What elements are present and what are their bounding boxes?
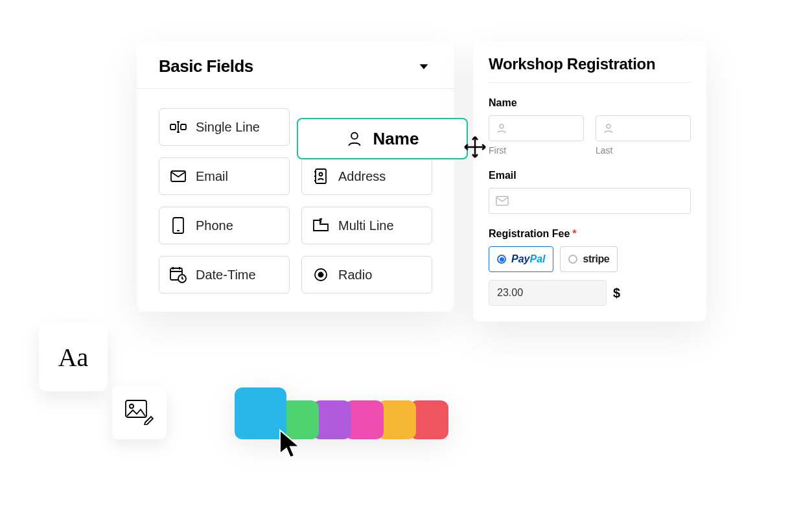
font-sample: Aa: [58, 342, 89, 373]
field-chip-label: Multi Line: [338, 218, 394, 233]
field-chip-radio[interactable]: Radio: [301, 256, 432, 294]
svg-point-12: [607, 124, 610, 128]
field-label: Email: [489, 170, 691, 181]
field-chip-label: Date-Time: [196, 268, 256, 282]
field-chip-address[interactable]: Address: [301, 157, 432, 195]
field-chip-multi-line[interactable]: Multi Line: [301, 207, 432, 244]
paypal-logo: PayPal: [511, 253, 545, 265]
radio-unselected-icon: [568, 255, 577, 264]
image-tool[interactable]: [112, 385, 167, 439]
svg-rect-0: [170, 124, 176, 130]
field-chip-label: Phone: [196, 218, 233, 233]
currency-symbol: $: [613, 286, 620, 301]
font-tool[interactable]: Aa: [39, 323, 108, 391]
cursor-icon: [277, 428, 303, 461]
person-icon: [496, 122, 507, 134]
mail-icon: [496, 196, 509, 206]
image-edit-icon: [124, 399, 154, 425]
form-title: Workshop Registration: [489, 55, 691, 83]
chevron-down-icon[interactable]: [415, 58, 432, 75]
required-star: *: [572, 228, 576, 239]
address-book-icon: [312, 168, 329, 185]
preview-field-email: Email: [489, 170, 691, 214]
stripe-logo: stripe: [583, 253, 609, 265]
first-name-sublabel: First: [489, 145, 584, 156]
svg-point-10: [351, 133, 358, 139]
mail-icon: [170, 168, 187, 185]
person-icon: [603, 122, 614, 134]
move-icon: [463, 135, 487, 164]
calendar-clock-icon: [170, 266, 187, 283]
field-chip-label: Address: [338, 169, 386, 184]
payment-option-stripe[interactable]: stripe: [560, 246, 618, 272]
email-input[interactable]: [489, 188, 691, 214]
field-chip-label: Email: [196, 169, 228, 184]
svg-rect-1: [181, 124, 186, 130]
field-chip-name-dragging[interactable]: Name: [297, 118, 468, 159]
multiline-icon: [312, 217, 329, 234]
preview-field-name: Name First Last: [489, 97, 691, 156]
svg-point-9: [319, 273, 323, 277]
fields-panel-title: Basic Fields: [159, 56, 253, 76]
radio-icon: [312, 266, 329, 283]
field-label: Name: [489, 97, 691, 109]
svg-point-4: [319, 173, 323, 176]
field-chip-label: Radio: [338, 268, 372, 282]
field-chip-label: Name: [373, 129, 419, 149]
last-name-sublabel: Last: [596, 145, 691, 156]
fields-panel: Basic Fields Single Line: [137, 42, 454, 312]
preview-field-fee: Registration Fee* PayPal stripe 23.00 $: [489, 228, 691, 306]
svg-point-11: [500, 124, 504, 128]
svg-point-15: [130, 404, 133, 408]
field-chip-email[interactable]: Email: [159, 157, 290, 195]
field-label: Registration Fee*: [489, 228, 691, 240]
first-name-input[interactable]: [489, 115, 584, 141]
radio-selected-icon: [497, 255, 506, 264]
person-icon: [346, 130, 363, 147]
form-preview-panel: Workshop Registration Name First: [473, 42, 706, 321]
fee-amount-input[interactable]: 23.00: [489, 280, 607, 306]
field-chip-label: Single Line: [196, 120, 260, 135]
field-chip-single-line[interactable]: Single Line: [159, 108, 290, 146]
last-name-input[interactable]: [596, 115, 691, 141]
field-chip-phone[interactable]: Phone: [159, 207, 290, 244]
smartphone-icon: [170, 217, 187, 234]
text-cursor-icon: [170, 119, 187, 135]
field-chip-date-time[interactable]: Date-Time: [159, 256, 290, 294]
color-palette: [235, 387, 448, 439]
payment-option-paypal[interactable]: PayPal: [489, 246, 553, 272]
